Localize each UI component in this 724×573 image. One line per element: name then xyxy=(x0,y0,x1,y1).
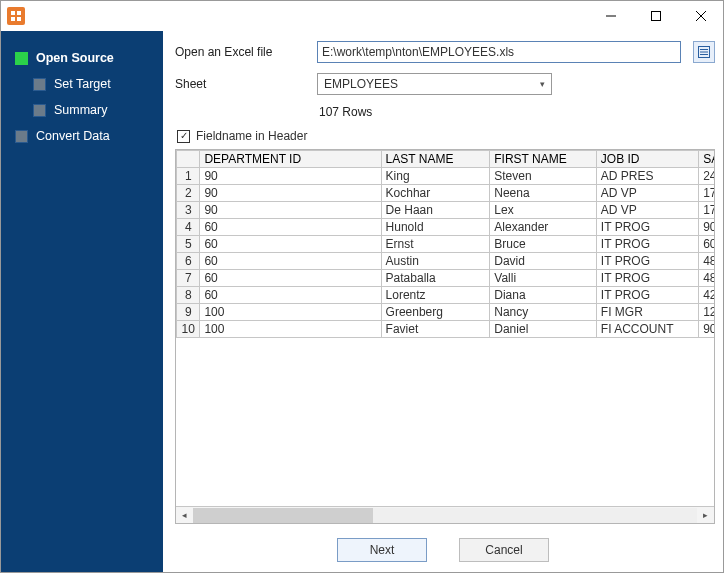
maximize-button[interactable] xyxy=(633,1,678,31)
scroll-right-icon[interactable]: ▸ xyxy=(697,507,714,524)
table-row[interactable]: 9100GreenbergNancyFI MGR12000NG xyxy=(177,304,715,321)
cell[interactable]: Faviet xyxy=(381,321,490,338)
sheet-label: Sheet xyxy=(175,77,305,91)
cell[interactable]: 24000 xyxy=(699,168,714,185)
cell[interactable]: IT PROG xyxy=(596,270,698,287)
table-row[interactable]: 290KochharNeenaAD VP17000NK xyxy=(177,185,715,202)
cell[interactable]: FI ACCOUNT xyxy=(596,321,698,338)
cell[interactable]: AD VP xyxy=(596,202,698,219)
chevron-down-icon: ▾ xyxy=(540,79,545,89)
cell[interactable]: 12000 xyxy=(699,304,714,321)
cell[interactable]: 100 xyxy=(200,321,381,338)
cell[interactable]: Alexander xyxy=(490,219,597,236)
table-row[interactable]: 390De HaanLexAD VP17000LD xyxy=(177,202,715,219)
row-number: 4 xyxy=(177,219,200,236)
cell[interactable]: Daniel xyxy=(490,321,597,338)
cell[interactable]: 4200 xyxy=(699,287,714,304)
cell[interactable]: AD PRES xyxy=(596,168,698,185)
cell[interactable]: King xyxy=(381,168,490,185)
cell[interactable]: 17000 xyxy=(699,202,714,219)
cell[interactable]: Lex xyxy=(490,202,597,219)
row-number: 8 xyxy=(177,287,200,304)
cell[interactable]: Pataballa xyxy=(381,270,490,287)
content: Open an Excel file Sheet EMPLO xyxy=(163,31,723,528)
cell[interactable]: AD VP xyxy=(596,185,698,202)
cell[interactable]: Nancy xyxy=(490,304,597,321)
sidebar-item-set-target[interactable]: Set Target xyxy=(1,71,163,97)
cell[interactable]: 9000 xyxy=(699,219,714,236)
cell[interactable]: 90 xyxy=(200,202,381,219)
cell[interactable]: 60 xyxy=(200,253,381,270)
col-header[interactable]: DEPARTMENT ID xyxy=(200,151,381,168)
next-button[interactable]: Next xyxy=(337,538,427,562)
horizontal-scrollbar[interactable]: ◂ ▸ xyxy=(176,506,714,523)
col-header[interactable]: SALARY xyxy=(699,151,714,168)
cell[interactable]: Diana xyxy=(490,287,597,304)
table-row[interactable]: 760PataballaValliIT PROG4800VP xyxy=(177,270,715,287)
cell[interactable]: IT PROG xyxy=(596,253,698,270)
cell[interactable]: Valli xyxy=(490,270,597,287)
col-header[interactable]: LAST NAME xyxy=(381,151,490,168)
cell[interactable]: Bruce xyxy=(490,236,597,253)
table-row[interactable]: 660AustinDavidIT PROG4800DA xyxy=(177,253,715,270)
footer: Next Cancel xyxy=(163,528,723,572)
svg-rect-1 xyxy=(17,11,21,15)
row-number: 10 xyxy=(177,321,200,338)
table-row[interactable]: 10100FavietDanielFI ACCOUNT9000DF xyxy=(177,321,715,338)
data-grid: DEPARTMENT ID LAST NAME FIRST NAME JOB I… xyxy=(175,149,715,524)
table-row[interactable]: 190KingStevenAD PRES24000SK xyxy=(177,168,715,185)
close-button[interactable] xyxy=(678,1,723,31)
svg-rect-2 xyxy=(11,17,15,21)
cell[interactable]: Neena xyxy=(490,185,597,202)
table-row[interactable]: 860LorentzDianaIT PROG4200DL xyxy=(177,287,715,304)
cell[interactable]: Ernst xyxy=(381,236,490,253)
scroll-left-icon[interactable]: ◂ xyxy=(176,507,193,524)
cell[interactable]: IT PROG xyxy=(596,219,698,236)
sidebar: Open Source Set Target Summary Convert D… xyxy=(1,31,163,572)
cancel-button[interactable]: Cancel xyxy=(459,538,549,562)
cell[interactable]: De Haan xyxy=(381,202,490,219)
cell[interactable]: David xyxy=(490,253,597,270)
cell[interactable]: 4800 xyxy=(699,253,714,270)
cell[interactable]: Kochhar xyxy=(381,185,490,202)
scrollbar-thumb[interactable] xyxy=(193,508,373,523)
sheet-select[interactable]: EMPLOYEES ▾ xyxy=(317,73,552,95)
file-path-input[interactable] xyxy=(317,41,681,63)
sidebar-item-convert-data[interactable]: Convert Data xyxy=(1,123,163,149)
sheet-select-value: EMPLOYEES xyxy=(324,77,398,91)
cell[interactable]: 60 xyxy=(200,270,381,287)
scrollbar-track[interactable] xyxy=(193,508,697,523)
cell[interactable]: IT PROG xyxy=(596,287,698,304)
fieldname-header-checkbox[interactable]: ✓ xyxy=(177,130,190,143)
cell[interactable]: Hunold xyxy=(381,219,490,236)
sidebar-item-open-source[interactable]: Open Source xyxy=(1,45,163,71)
cell[interactable]: 60 xyxy=(200,236,381,253)
cell[interactable]: Lorentz xyxy=(381,287,490,304)
cell[interactable]: 60 xyxy=(200,219,381,236)
cell[interactable]: 6000 xyxy=(699,236,714,253)
cell[interactable]: Austin xyxy=(381,253,490,270)
cell[interactable]: IT PROG xyxy=(596,236,698,253)
open-file-label: Open an Excel file xyxy=(175,45,305,59)
cell[interactable]: Steven xyxy=(490,168,597,185)
svg-rect-0 xyxy=(11,11,15,15)
cell[interactable]: 90 xyxy=(200,168,381,185)
step-box-icon xyxy=(33,104,46,117)
row-open-file: Open an Excel file xyxy=(175,41,715,63)
cell[interactable]: 9000 xyxy=(699,321,714,338)
cell[interactable]: 4800 xyxy=(699,270,714,287)
browse-button[interactable] xyxy=(693,41,715,63)
cell[interactable]: 90 xyxy=(200,185,381,202)
grid-viewport: DEPARTMENT ID LAST NAME FIRST NAME JOB I… xyxy=(176,150,714,506)
cell[interactable]: Greenberg xyxy=(381,304,490,321)
minimize-button[interactable] xyxy=(588,1,633,31)
cell[interactable]: 60 xyxy=(200,287,381,304)
col-header[interactable]: FIRST NAME xyxy=(490,151,597,168)
table-row[interactable]: 460HunoldAlexanderIT PROG9000AH xyxy=(177,219,715,236)
cell[interactable]: 17000 xyxy=(699,185,714,202)
sidebar-item-summary[interactable]: Summary xyxy=(1,97,163,123)
table-row[interactable]: 560ErnstBruceIT PROG6000BE xyxy=(177,236,715,253)
cell[interactable]: 100 xyxy=(200,304,381,321)
col-header[interactable]: JOB ID xyxy=(596,151,698,168)
cell[interactable]: FI MGR xyxy=(596,304,698,321)
